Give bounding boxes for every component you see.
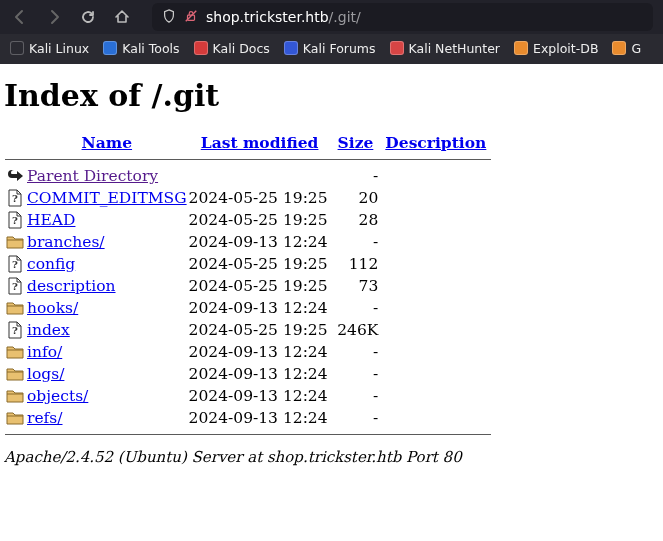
size-cell: 246K [332, 319, 380, 341]
url-text: shop.trickster.htb/.git/ [206, 9, 361, 25]
size-cell: 73 [332, 275, 380, 297]
table-row: logs/2024-09-13 12:24- [4, 363, 492, 385]
page-title: Index of /.git [4, 78, 659, 113]
table-row: objects/2024-09-13 12:24- [4, 385, 492, 407]
size-cell: - [332, 407, 380, 429]
last-modified-cell: 2024-09-13 12:24 [188, 407, 332, 429]
bookmarks-bar: Kali LinuxKali ToolsKali DocsKali Forums… [0, 34, 663, 64]
bookmark-item[interactable]: G [612, 41, 641, 56]
svg-text:?: ? [12, 215, 18, 226]
description-cell [379, 209, 492, 231]
table-row: ?description2024-05-25 19:2573 [4, 275, 492, 297]
toolbar: shop.trickster.htb/.git/ [0, 0, 663, 34]
bookmark-label: Kali Tools [122, 41, 179, 56]
file-link[interactable]: hooks/ [27, 299, 78, 317]
bookmark-favicon [10, 41, 24, 55]
file-link[interactable]: HEAD [27, 211, 75, 229]
file-icon: ? [4, 253, 26, 275]
last-modified-cell: 2024-09-13 12:24 [188, 341, 332, 363]
table-row: hooks/2024-09-13 12:24- [4, 297, 492, 319]
last-modified-cell: 2024-05-25 19:25 [188, 253, 332, 275]
bookmark-item[interactable]: Kali Tools [103, 41, 179, 56]
bookmark-item[interactable]: Exploit-DB [514, 41, 598, 56]
bookmark-item[interactable]: Kali Forums [284, 41, 376, 56]
file-icon: ? [4, 187, 26, 209]
svg-text:?: ? [12, 193, 18, 204]
bookmark-label: G [631, 41, 641, 56]
sort-description-link[interactable]: Description [385, 133, 486, 152]
bookmark-favicon [284, 41, 298, 55]
url-bar[interactable]: shop.trickster.htb/.git/ [152, 3, 653, 31]
last-modified-cell: 2024-05-25 19:25 [188, 209, 332, 231]
bookmark-label: Kali NetHunter [409, 41, 500, 56]
size-cell: 28 [332, 209, 380, 231]
bookmark-label: Kali Linux [29, 41, 89, 56]
bookmark-item[interactable]: Kali Docs [194, 41, 270, 56]
forward-button[interactable] [44, 7, 64, 27]
col-last-modified: Last modified [188, 131, 332, 154]
bookmark-favicon [390, 41, 404, 55]
browser-chrome: shop.trickster.htb/.git/ Kali LinuxKali … [0, 0, 663, 64]
sort-name-link[interactable]: Name [82, 133, 132, 152]
table-row: ?config2024-05-25 19:25112 [4, 253, 492, 275]
size-cell: - [332, 385, 380, 407]
file-link[interactable]: info/ [27, 343, 62, 361]
header-row: Name Last modified Size Description [4, 131, 492, 154]
last-modified-cell: 2024-09-13 12:24 [188, 363, 332, 385]
svg-text:?: ? [12, 259, 18, 270]
svg-text:?: ? [12, 325, 18, 336]
sort-last-modified-link[interactable]: Last modified [201, 133, 319, 152]
description-cell [379, 407, 492, 429]
table-row: ?HEAD2024-05-25 19:2528 [4, 209, 492, 231]
size-cell: - [332, 341, 380, 363]
parent-directory-row: Parent Directory - [4, 165, 492, 187]
bookmark-favicon [514, 41, 528, 55]
table-row: info/2024-09-13 12:24- [4, 341, 492, 363]
file-link[interactable]: index [27, 321, 70, 339]
bookmark-item[interactable]: Kali NetHunter [390, 41, 500, 56]
back-icon [4, 165, 26, 187]
table-row: ?index2024-05-25 19:25246K [4, 319, 492, 341]
bookmark-favicon [612, 41, 626, 55]
folder-icon [4, 341, 26, 363]
file-link[interactable]: branches/ [27, 233, 105, 251]
last-modified-cell: 2024-05-25 19:25 [188, 187, 332, 209]
folder-icon [4, 385, 26, 407]
home-button[interactable] [112, 7, 132, 27]
parent-directory-link[interactable]: Parent Directory [27, 167, 158, 185]
last-modified-cell: 2024-09-13 12:24 [188, 297, 332, 319]
back-button[interactable] [10, 7, 30, 27]
col-size: Size [332, 131, 380, 154]
last-modified-cell: 2024-05-25 19:25 [188, 275, 332, 297]
bookmark-favicon [194, 41, 208, 55]
sort-size-link[interactable]: Size [338, 133, 374, 152]
bookmark-label: Kali Docs [213, 41, 270, 56]
size-cell: - [332, 297, 380, 319]
bookmark-favicon [103, 41, 117, 55]
bookmark-item[interactable]: Kali Linux [10, 41, 89, 56]
file-icon: ? [4, 275, 26, 297]
bookmark-label: Exploit-DB [533, 41, 598, 56]
folder-icon [4, 231, 26, 253]
size-cell: - [332, 363, 380, 385]
file-link[interactable]: config [27, 255, 75, 273]
folder-icon [4, 407, 26, 429]
reload-button[interactable] [78, 7, 98, 27]
last-modified-cell: 2024-09-13 12:24 [188, 231, 332, 253]
description-cell [379, 341, 492, 363]
shield-icon [162, 9, 176, 26]
description-cell [379, 385, 492, 407]
file-link[interactable]: COMMIT_EDITMSG [27, 189, 187, 207]
file-link[interactable]: refs/ [27, 409, 63, 427]
file-icon: ? [4, 319, 26, 341]
table-row: branches/2024-09-13 12:24- [4, 231, 492, 253]
size-cell: - [332, 165, 380, 187]
file-link[interactable]: logs/ [27, 365, 64, 383]
file-link[interactable]: objects/ [27, 387, 88, 405]
folder-icon [4, 363, 26, 385]
server-signature: Apache/2.4.52 (Ubuntu) Server at shop.tr… [4, 448, 659, 466]
svg-text:?: ? [12, 281, 18, 292]
col-description: Description [379, 131, 492, 154]
file-link[interactable]: description [27, 277, 116, 295]
last-modified-cell: 2024-09-13 12:24 [188, 385, 332, 407]
